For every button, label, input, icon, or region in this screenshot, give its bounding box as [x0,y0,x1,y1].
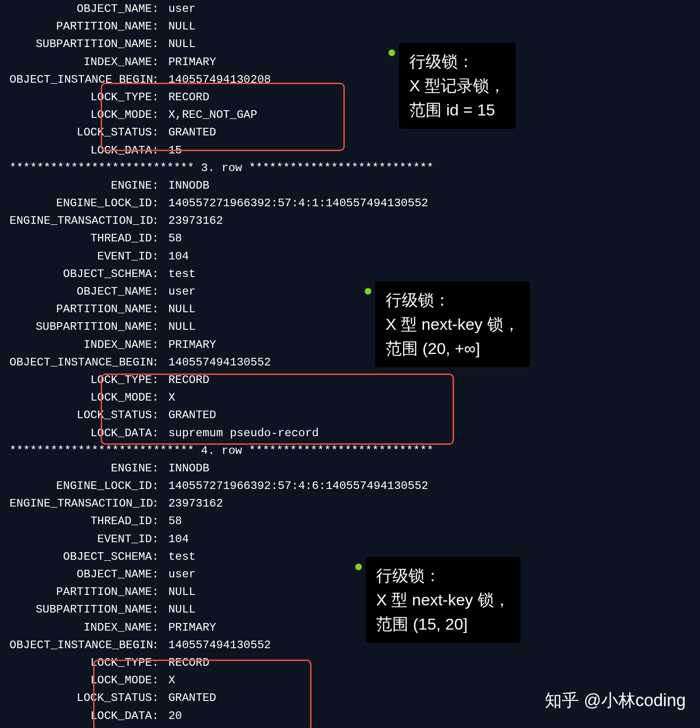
kv-line: LOCK_TYPE: RECORD [9,88,691,106]
field-value: 20 [161,709,182,722]
annotation-line: X 型 next-key 锁， [376,588,510,612]
field-value: X [161,391,175,404]
field-value: PRIMARY [161,338,216,351]
field-key: OBJECT_INSTANCE_BEGIN [9,636,152,654]
colon-separator: : [152,689,161,707]
field-key: INDEX_NAME [9,619,152,636]
colon-separator: : [152,495,161,512]
field-value: 23973162 [161,497,223,510]
field-value: RECORD [161,91,209,104]
terminal-output: OBJECT_NAME: userPARTITION_NAME: NULLSUB… [9,0,691,725]
colon-separator: : [152,248,161,265]
colon-separator: : [152,106,161,124]
field-value: PRIMARY [161,56,216,68]
kv-line: SUBPARTITION_NAME: NULL [9,318,691,335]
field-key: LOCK_TYPE [9,371,152,389]
field-key: SUBPARTITION_NAME [9,601,152,618]
field-key: LOCK_MODE [9,671,152,689]
field-value: user [161,2,196,15]
annotation-2: 行级锁： X 型 next-key 锁， 范围 (20, +∞] [375,281,530,367]
colon-separator: : [152,707,161,725]
field-key: SUBPARTITION_NAME [9,318,152,335]
kv-line: OBJECT_NAME: user [9,565,691,583]
colon-separator: : [152,460,161,477]
field-value: user [161,285,196,298]
field-value: 104 [161,250,189,263]
field-key: ENGINE_LOCK_ID [9,194,152,212]
field-value: user [161,568,196,581]
watermark: 知乎 @小林coding [545,687,686,714]
field-key: LOCK_STATUS [9,689,152,707]
field-key: LOCK_DATA [9,707,152,725]
field-value: test [161,550,196,563]
field-value: 58 [161,232,182,245]
field-key: LOCK_STATUS [9,406,152,424]
field-key: EVENT_ID [9,530,152,548]
annotation-line: X 型记录锁， [409,74,505,98]
kv-line: LOCK_DATA: 15 [9,142,691,159]
colon-separator: : [152,354,161,371]
field-key: PARTITION_NAME [9,18,152,35]
field-value: GRANTED [161,691,216,704]
kv-line: OBJECT_NAME: user [9,0,691,18]
field-value: RECORD [161,374,209,386]
colon-separator: : [152,424,161,442]
field-key: ENGINE_TRANSACTION_ID [9,212,152,230]
field-value: NULL [161,38,196,50]
field-value: INNODB [161,462,209,475]
colon-separator: : [152,548,161,565]
kv-line: ENGINE: INNODB [9,460,691,477]
field-value: 104 [161,533,189,546]
field-key: PARTITION_NAME [9,583,152,601]
kv-line: LOCK_TYPE: RECORD [9,371,691,389]
colon-separator: : [152,142,161,159]
kv-line: PARTITION_NAME: NULL [9,300,691,318]
kv-line: LOCK_DATA: supremum pseudo-record [9,424,691,442]
field-value: X,REC_NOT_GAP [161,108,257,121]
field-key: OBJECT_NAME [9,0,152,18]
colon-separator: : [152,371,161,389]
field-value: NULL [161,20,196,33]
field-value: supremum pseudo-record [161,427,319,440]
colon-separator: : [152,53,161,71]
bullet-dot-icon [365,288,371,295]
annotation-line: 行级锁： [376,564,510,588]
field-key: LOCK_STATUS [9,124,152,141]
field-key: LOCK_MODE [9,389,152,406]
kv-line: LOCK_TYPE: RECORD [9,654,691,671]
field-key: LOCK_MODE [9,106,152,124]
field-value: 140557271966392:57:4:6:140557494130552 [161,479,428,492]
colon-separator: : [152,212,161,230]
bullet-dot-icon [355,564,362,570]
field-value: NULL [161,585,196,598]
kv-line: LOCK_MODE: X [9,671,691,689]
kv-line: INDEX_NAME: PRIMARY [9,619,691,636]
colon-separator: : [152,389,161,406]
field-value: GRANTED [161,126,216,139]
field-value: 140557494130552 [161,356,271,369]
field-value: PRIMARY [161,621,216,634]
kv-line: OBJECT_INSTANCE_BEGIN: 140557494130552 [9,354,691,371]
colon-separator: : [152,318,161,335]
kv-line: EVENT_ID: 104 [9,248,691,265]
colon-separator: : [152,671,161,689]
field-value: GRANTED [161,409,216,421]
field-key: OBJECT_NAME [9,565,152,583]
kv-line: SUBPARTITION_NAME: NULL [9,35,691,53]
field-key: ENGINE_TRANSACTION_ID [9,495,152,512]
field-key: OBJECT_INSTANCE_BEGIN [9,354,152,371]
field-key: PARTITION_NAME [9,300,152,318]
field-value: 58 [161,515,182,527]
field-key: SUBPARTITION_NAME [9,35,152,53]
annotation-3: 行级锁： X 型 next-key 锁， 范围 (15, 20] [366,557,520,643]
kv-line: ENGINE_LOCK_ID: 140557271966392:57:4:6:1… [9,477,691,495]
kv-line: INDEX_NAME: PRIMARY [9,336,691,354]
field-value: INNODB [161,179,209,192]
colon-separator: : [152,177,161,194]
annotation-line: 行级锁： [386,288,520,312]
colon-separator: : [152,0,161,18]
colon-separator: : [152,406,161,424]
field-value: NULL [161,303,196,316]
field-value: 140557494130208 [161,73,271,86]
colon-separator: : [152,477,161,495]
